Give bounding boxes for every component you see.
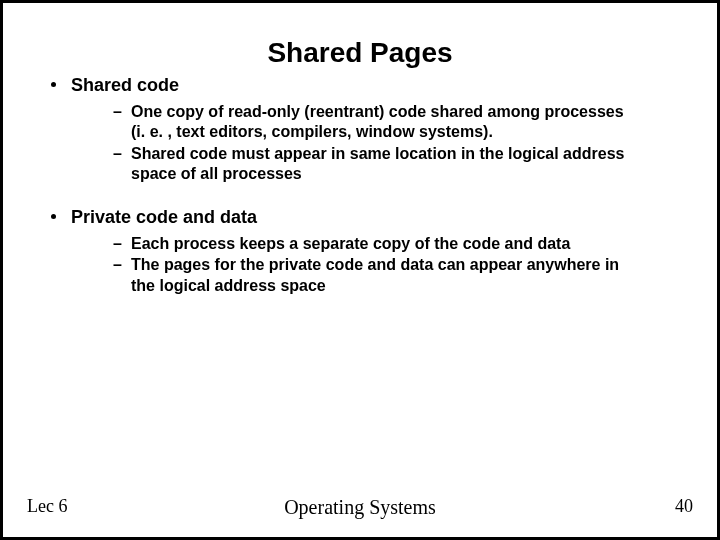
slide-title: Shared Pages [43,37,677,69]
bullet-dot-icon [51,214,56,219]
bullet-dot-icon [51,82,56,87]
sub-bullet-text: Shared code must appear in same location… [131,145,624,182]
footer-center: Operating Systems [3,496,717,519]
bullet-shared-code: Shared code [43,75,677,96]
sub-bullet: – Shared code must appear in same locati… [113,144,637,185]
footer: Lec 6 Operating Systems 40 [3,496,717,519]
footer-left: Lec 6 [27,496,67,517]
sub-list: – Each process keeps a separate copy of … [113,234,637,296]
sub-bullet-text: One copy of read-only (reentrant) code s… [131,103,624,140]
bullet-label: Shared code [71,75,179,95]
dash-icon: – [113,234,122,254]
dash-icon: – [113,102,122,122]
dash-icon: – [113,144,122,164]
bullet-private-code: Private code and data [43,207,677,228]
sub-list: – One copy of read-only (reentrant) code… [113,102,637,185]
slide: Shared Pages Shared code – One copy of r… [0,0,720,540]
sub-bullet: – One copy of read-only (reentrant) code… [113,102,637,143]
footer-page-number: 40 [675,496,693,517]
sub-bullet: – Each process keeps a separate copy of … [113,234,637,254]
sub-bullet-text: Each process keeps a separate copy of th… [131,235,570,252]
bullet-label: Private code and data [71,207,257,227]
sub-bullet: – The pages for the private code and dat… [113,255,637,296]
sub-bullet-text: The pages for the private code and data … [131,256,619,293]
dash-icon: – [113,255,122,275]
